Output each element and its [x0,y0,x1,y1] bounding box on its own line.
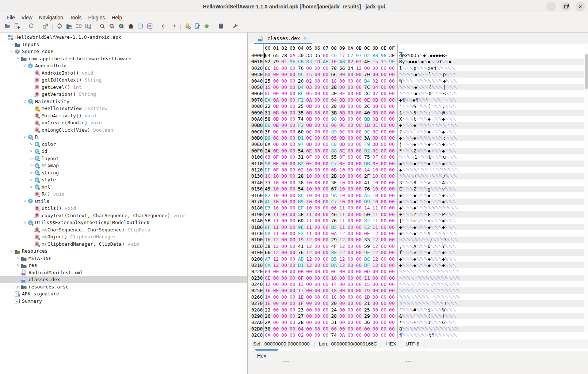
hex-byte[interactable]: 00 [356,218,364,224]
hex-byte[interactable]: 11 [273,230,282,237]
hex-byte[interactable]: 00 [323,154,331,160]
menu-item-help[interactable]: Help [108,14,125,22]
hex-byte[interactable]: 00 [314,230,323,237]
hex-byte[interactable]: 00 [381,160,389,167]
hex-byte[interactable]: 00 [314,281,323,287]
hex-byte[interactable]: 00 [306,300,314,306]
hex-byte[interactable]: 10 [373,167,381,173]
hex-byte[interactable]: 00 [290,97,298,103]
restore-button[interactable] [561,2,570,11]
hex-byte[interactable]: 04 [331,97,339,103]
hex-byte[interactable]: 00 [290,186,298,192]
hex-row-00A0[interactable]: 00A0580B0000740B0000980B0000BB0B0000X␋␀␀… [249,116,584,122]
tree-item-androidinfo-[interactable]: m★AndroidInfo()void [0,69,247,77]
hex-byte[interactable]: 0A [265,332,273,338]
hex-byte[interactable]: 00 [281,129,290,135]
hex-byte[interactable]: 00 [373,65,381,71]
ascii-column[interactable]: j␍␀␀◆␍␀␀◆␍␀␀◆␍␀␀ [397,141,584,147]
hex-byte[interactable]: 00 [381,116,389,122]
hex-byte[interactable]: 00 [356,319,364,325]
hex-byte[interactable]: 00 [381,78,389,84]
hex-byte[interactable]: 67 [331,186,339,192]
hex-byte[interactable]: 00 [281,294,290,300]
hex-byte[interactable]: 00 [323,332,331,338]
expand-arrow-icon[interactable]: > [15,263,21,267]
hex-byte[interactable]: 11 [306,211,314,218]
hex-byte[interactable]: 00 [381,294,389,300]
ascii-column[interactable]: ␚␀␀␀␛␀␀␀␜␀␀␀␝␀␀␀ [397,294,584,300]
hex-byte[interactable]: 50 [364,211,373,218]
hex-byte[interactable]: 00 [381,173,389,179]
hex-byte[interactable]: 30 [331,90,339,97]
hex-byte[interactable]: 00 [281,249,290,256]
hex-byte[interactable]: 10 [339,186,348,192]
hex-byte[interactable]: 00 [389,167,397,173]
ascii-column[interactable]: ◆␒␀␀◆␒␀␀◆␒␀␀◆␒␀␀ [397,256,584,262]
hex-byte[interactable]: 83 [306,58,314,65]
hex-byte[interactable]: 0F [339,154,348,160]
hex-byte[interactable]: 06 [331,122,339,128]
hex-byte[interactable]: 00 [389,237,397,243]
tree-item-string[interactable]: >cstring [0,169,247,177]
hex-byte[interactable]: 9C [298,71,306,78]
hex-byte[interactable]: 9E [364,129,373,135]
hex-byte[interactable]: 3B [265,243,273,249]
hex-byte[interactable]: 00 [281,218,290,224]
hex-byte[interactable]: 00 [290,160,298,167]
ascii-column[interactable]: ␀␀␀␀◆␕␀␀l␀␀␀p␀␀␀ [397,71,584,78]
hex-byte[interactable]: 76 [331,218,339,224]
hex-row-0110[interactable]: 0110980F0000B20F0000C70F0000DB0F0000◆␏␀␀… [249,160,584,167]
hex-byte[interactable]: 00 [314,268,323,275]
hex-row-0050[interactable]: 005015000000D4030000280000007C040000␕␀␀␀… [249,84,584,90]
hex-byte[interactable]: 10 [273,199,282,205]
hex-byte[interactable]: 00 [314,205,323,211]
hex-byte[interactable]: 00 [281,262,290,268]
mode-toggle[interactable]: HEX [382,340,401,348]
hex-byte[interactable]: A7 [265,256,273,262]
hex-byte[interactable]: EA [265,97,273,103]
hex-byte[interactable]: 02 [348,58,356,65]
hex-row-0280[interactable]: 028022000000230000002400000025000000"␀␀␀… [249,307,584,313]
hex-byte[interactable]: 98 [265,160,273,167]
hex-byte[interactable]: 19 [364,287,373,294]
hex-byte[interactable]: DB [364,160,373,167]
hex-byte[interactable]: 00 [314,319,323,325]
hex-byte[interactable]: 00 [381,262,389,268]
hex-byte[interactable]: 00 [314,154,323,160]
hex-byte[interactable]: B2 [298,160,306,167]
hex-byte[interactable]: 97 [298,141,306,147]
deobfuscation-button[interactable] [183,23,192,31]
hex-byte[interactable]: 12 [273,249,282,256]
hex-byte[interactable]: 00 [348,313,356,319]
ascii-column[interactable]: 8␀␀␀␄␀␀␀␀␀␀␀␀␀␀␀ [397,326,584,332]
hex-byte[interactable]: 00 [356,243,364,249]
hex-byte[interactable]: 00 [381,154,389,160]
hex-byte[interactable]: 0D [373,135,381,141]
hex-byte[interactable]: 11 [273,218,282,224]
hex-byte[interactable]: F2 [298,122,306,128]
hex-byte[interactable]: 00 [281,224,290,230]
hex-byte[interactable]: 00 [314,294,323,300]
hex-byte[interactable]: 00 [356,249,364,256]
tree-item-mainactivity-[interactable]: mMainActivity()void [0,112,247,120]
hex-byte[interactable]: 33 [364,237,373,243]
hex-byte[interactable]: 0C [306,129,314,135]
hex-byte[interactable]: 00 [373,326,381,332]
hex-byte[interactable]: 0E [273,148,282,154]
nav-forward-button[interactable] [169,23,178,31]
hex-byte[interactable]: 00 [323,199,331,205]
hex-byte[interactable]: 16 [265,287,273,294]
hex-byte[interactable]: 00 [273,71,282,78]
hex-byte[interactable]: 00 [290,84,298,90]
hex-byte[interactable]: 00 [290,103,298,109]
hex-byte[interactable]: 52 [265,58,273,65]
hex-byte[interactable]: 00 [281,186,290,192]
hex-byte[interactable]: 0E [339,148,348,154]
tree-item-classes-dex[interactable]: Jclasses.dex [0,276,247,283]
hex-byte[interactable]: 12 [339,237,348,243]
hex-row-0090[interactable]: 0090310B0000350B00003B0B0000400B00001␋␀␀… [249,110,584,116]
hex-byte[interactable]: 00 [281,97,290,103]
hex-byte[interactable]: 00 [281,65,290,71]
hex-byte[interactable]: 00 [281,281,290,287]
hex-byte[interactable]: 00 [323,205,331,211]
